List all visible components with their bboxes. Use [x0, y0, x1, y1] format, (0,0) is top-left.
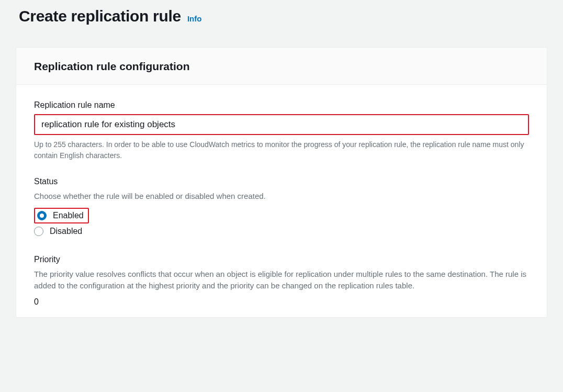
priority-value: 0: [34, 297, 529, 307]
radio-selected-icon: [37, 211, 47, 220]
radio-unselected-icon: [34, 227, 43, 236]
priority-group: Priority The priority value resolves con…: [34, 255, 529, 307]
rule-name-label: Replication rule name: [34, 100, 529, 110]
panel-title: Replication rule configuration: [34, 60, 529, 73]
status-description: Choose whether the rule will be enabled …: [34, 191, 529, 203]
priority-description: The priority value resolves conflicts th…: [34, 268, 529, 292]
status-disabled-radio[interactable]: Disabled: [34, 223, 529, 239]
status-enabled-radio[interactable]: Enabled: [34, 208, 89, 223]
rule-name-input[interactable]: [34, 114, 529, 135]
info-link[interactable]: Info: [187, 14, 202, 23]
config-panel: Replication rule configuration Replicati…: [16, 47, 547, 318]
rule-name-group: Replication rule name Up to 255 characte…: [34, 100, 529, 161]
page-title: Create replication rule: [19, 7, 181, 25]
status-disabled-label: Disabled: [50, 227, 82, 236]
status-group: Status Choose whether the rule will be e…: [34, 177, 529, 239]
priority-label: Priority: [34, 255, 529, 264]
status-enabled-label: Enabled: [53, 211, 84, 220]
status-label: Status: [34, 177, 529, 186]
panel-header: Replication rule configuration: [16, 48, 547, 85]
rule-name-help: Up to 255 characters. In order to be abl…: [34, 139, 529, 161]
